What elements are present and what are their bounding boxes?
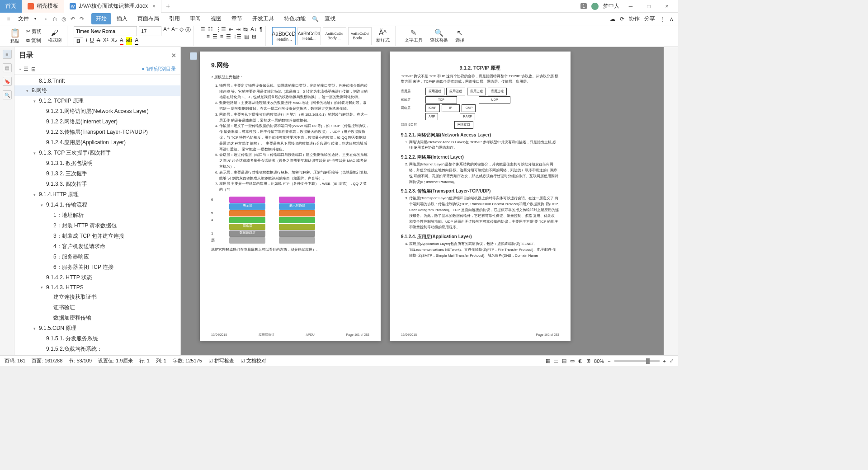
outline-item[interactable]: 9.1.3.3. 四次挥手 <box>14 179 180 189</box>
night-mode-icon[interactable]: ◐ <box>578 358 583 364</box>
align-center-icon[interactable]: ☰ <box>212 33 217 40</box>
multilevel-list-icon[interactable]: ⋮☰ <box>216 26 226 33</box>
align-left-icon[interactable]: ≡ <box>207 33 210 40</box>
chevron-icon[interactable]: ▾ <box>33 326 39 331</box>
menu-insert[interactable]: 插入 <box>112 13 132 24</box>
zoom-slider[interactable] <box>614 360 660 362</box>
highlight-button[interactable]: ab <box>126 37 132 45</box>
font-size-select[interactable] <box>139 26 161 36</box>
view-web-icon[interactable]: ▤ <box>562 358 566 364</box>
menu-features[interactable]: 特色功能 <box>279 13 310 24</box>
menu-reference[interactable]: 引用 <box>165 13 184 24</box>
refresh-icon[interactable]: ⟳ <box>620 16 624 22</box>
subscript-button[interactable]: X₂ <box>111 37 117 45</box>
outline-item[interactable]: 9.1.5.1. 分发服务系统 <box>14 334 180 344</box>
format-painter-button[interactable]: 🖌 格式刷 <box>45 28 64 44</box>
superscript-button[interactable]: X² <box>103 37 108 45</box>
document-area[interactable]: 9.网络 7 层模型主要包括： 物理层：主要定义物理设备如无线、如网线的接口类型… <box>181 47 664 355</box>
preview-icon[interactable]: ◎ <box>60 15 68 23</box>
decrease-indent-icon[interactable]: ⇤ <box>229 26 233 33</box>
zoom-out-button[interactable]: − <box>608 358 610 364</box>
increase-indent-icon[interactable]: ⇥ <box>236 26 241 33</box>
char-scale-icon[interactable]: Ⓐ <box>185 26 191 36</box>
menu-devtools[interactable]: 开发工具 <box>248 13 278 24</box>
outline-item[interactable]: 9.1.5.2.负载均衡系统： <box>14 344 180 354</box>
border-icon[interactable]: ⊞ <box>252 33 256 40</box>
strike-button[interactable]: A <box>97 37 100 45</box>
outline-item[interactable]: 数据加密和传输 <box>14 313 180 323</box>
view-outline-icon[interactable]: ☰ <box>554 358 558 364</box>
print-icon[interactable]: ⎙ <box>51 15 59 23</box>
outline-square-icon[interactable]: ▫ <box>19 66 21 72</box>
outline-item[interactable]: 证书验证 <box>14 302 180 313</box>
undo-icon[interactable]: ↶ <box>69 15 77 23</box>
outline-tree-icon[interactable]: ⊟ <box>31 66 36 72</box>
outline-item[interactable]: 1：地址解析 <box>14 210 180 221</box>
minimize-button[interactable]: ─ <box>624 2 637 11</box>
outline-item[interactable]: 9.1.4.2. HTTP 状态 <box>14 273 180 283</box>
ruler-icon[interactable]: ⊞ <box>586 358 590 364</box>
char-border-button[interactable]: A <box>135 37 138 45</box>
thumbnail-icon[interactable]: ▤ <box>3 63 12 72</box>
style-heading[interactable]: AaBbCcDHeadin... <box>272 27 296 45</box>
close-icon[interactable]: × <box>152 3 156 9</box>
align-right-icon[interactable]: ≡ <box>220 33 223 40</box>
paste-button[interactable]: 📋 粘贴 <box>7 27 23 45</box>
outline-item[interactable]: 9.1.2.2.网络层(Internet Layer) <box>14 117 180 127</box>
line-spacing-icon[interactable]: ↕☰ <box>234 33 241 40</box>
avatar[interactable] <box>591 3 599 10</box>
show-marks-icon[interactable]: ¶ <box>259 26 262 33</box>
style-body2[interactable]: AaBbCcDdBody ... <box>348 27 372 45</box>
underline-button[interactable]: U <box>90 37 94 45</box>
close-button[interactable]: × <box>660 2 674 11</box>
tab-home[interactable]: 首页 <box>0 0 22 13</box>
view-print-icon[interactable]: ▦ <box>546 358 550 364</box>
text-tools-button[interactable]: ✎文字工具 <box>402 28 425 44</box>
clear-format-icon[interactable]: ◇ <box>179 26 184 36</box>
menu-search[interactable]: 查找 <box>320 13 340 24</box>
outline-item[interactable]: 2：封装 HTTP 请求数据包 <box>14 221 180 231</box>
outline-item[interactable]: 9.1.2.3.传输层(Transport Layer-TCP/UDP) <box>14 127 180 137</box>
coop-label[interactable]: 协作 <box>629 15 640 23</box>
outline-item[interactable]: 9.1.2.4.应用层(Application Layer) <box>14 137 180 148</box>
copy-button[interactable]: ⧉ 复制 <box>24 36 43 45</box>
chevron-icon[interactable]: ▾ <box>33 193 39 197</box>
outline-item[interactable]: 3：封装成 TCP 包并建立连接 <box>14 231 180 241</box>
font-color-button[interactable]: A <box>120 37 123 45</box>
cut-button[interactable]: ✂ 剪切 <box>24 27 43 36</box>
smart-recognize-button[interactable]: ● 智能识别目录 <box>142 66 176 72</box>
hamburger-icon[interactable]: ≡ <box>5 15 13 23</box>
outline-item[interactable]: ▾9.1.4.HTTP 原理 <box>14 189 180 200</box>
tab-document[interactable]: W JAVA核心面试知识整理.docx × <box>64 0 161 13</box>
style-head[interactable]: AaBbCcDdHead... <box>297 27 321 45</box>
bookmark-icon[interactable]: 🔖 <box>3 77 12 86</box>
bullet-list-icon[interactable]: ☰ <box>200 26 205 33</box>
new-tab-button[interactable]: + <box>161 2 175 10</box>
outline-item[interactable]: ▾9.1.4.1. 传输流程 <box>14 200 180 210</box>
menu-start[interactable]: 开始 <box>91 13 111 24</box>
maximize-button[interactable]: □ <box>642 2 656 11</box>
tab-template[interactable]: 稻壳模板 <box>22 0 64 13</box>
outline-item[interactable]: 9.1.3.2. 三次握手 <box>14 169 180 179</box>
collapse-ribbon-icon[interactable]: ∧ <box>670 16 674 22</box>
outline-list-icon[interactable]: ☰ <box>24 66 28 72</box>
menu-view[interactable]: 视图 <box>206 13 226 24</box>
justify-icon[interactable]: ☰ <box>226 33 231 40</box>
chevron-icon[interactable]: ▾ <box>33 99 39 103</box>
number-list-icon[interactable]: ☷ <box>208 26 213 33</box>
font-name-select[interactable] <box>74 26 137 36</box>
outline-item[interactable]: ▾9.1.3. TCP 三次握手/四次挥手 <box>14 148 180 158</box>
menu-file[interactable]: 文件 <box>14 13 33 24</box>
outline-toggle-icon[interactable]: ≡ <box>3 50 12 59</box>
share-label[interactable]: 分享 <box>644 15 655 23</box>
save-icon[interactable]: ▫ <box>42 15 50 23</box>
new-style-button[interactable]: Ăᴬ新样式 <box>373 28 392 44</box>
close-icon[interactable]: × <box>172 52 176 60</box>
outline-item[interactable]: ▾9.网络 <box>14 85 180 96</box>
find-replace-button[interactable]: 🔍查找替换 <box>427 28 451 44</box>
chevron-down-icon[interactable]: ▾ <box>34 17 36 21</box>
cloud-icon[interactable]: ☁ <box>610 16 615 22</box>
chevron-icon[interactable]: ▾ <box>33 151 39 155</box>
chevron-icon[interactable]: ▾ <box>41 203 46 207</box>
sort-icon[interactable]: A↓ <box>250 26 257 33</box>
